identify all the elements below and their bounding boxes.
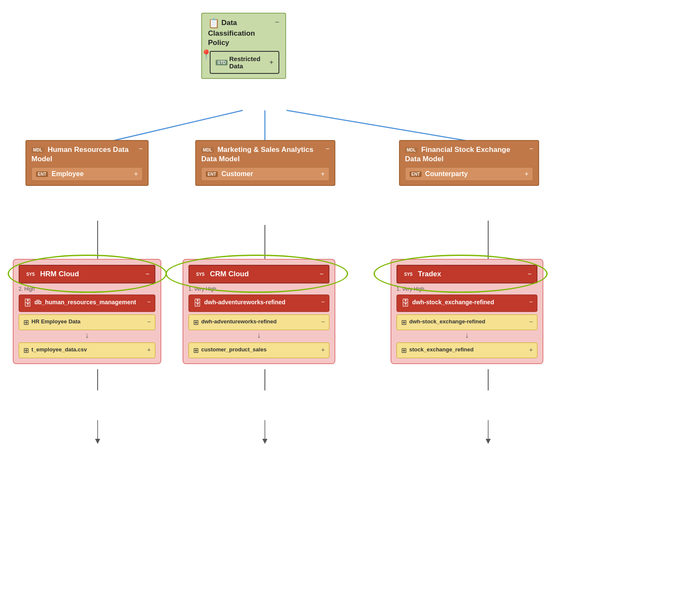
tradex-priority: 1. Very High bbox=[396, 286, 537, 292]
ent-counterparty-plus-btn[interactable]: + bbox=[525, 170, 529, 178]
mdl-fin-node: MDL Financial Stock Exchange Data Model … bbox=[399, 140, 539, 186]
table-hr-plus-btn[interactable]: + bbox=[147, 346, 151, 353]
schema-hr-icon: ⊞ bbox=[23, 318, 29, 326]
sys-crm-minus-btn[interactable]: − bbox=[320, 270, 323, 278]
ent-counterparty-title: Counterparty bbox=[425, 170, 467, 177]
ent-counterparty-node: ENT Counterparty + bbox=[405, 167, 533, 181]
ent-employee-plus-btn[interactable]: + bbox=[134, 170, 138, 178]
svg-line-2 bbox=[287, 110, 488, 144]
std-plus-btn[interactable]: + bbox=[270, 59, 273, 66]
ent-employee-title: Employee bbox=[51, 170, 84, 177]
table-tradex-node: ⊞ stock_exchange_refined + bbox=[396, 342, 537, 358]
mdl-fin-title: Financial Stock Exchange Data Model bbox=[405, 146, 510, 163]
sys-crm-title: CRM Cloud bbox=[210, 270, 249, 278]
table-crm-plus-btn[interactable]: + bbox=[321, 346, 325, 353]
sys-tradex-title: Tradex bbox=[418, 270, 441, 278]
schema-crm-icon: ⊞ bbox=[193, 318, 199, 326]
ent-customer-title: Customer bbox=[221, 170, 253, 177]
root-icon: 📋 bbox=[208, 18, 219, 28]
schema-hr-node: ⊞ HR Employee Data − bbox=[19, 314, 155, 330]
mdl-hr-badge: MDL bbox=[31, 147, 44, 153]
schema-crm-node: ⊞ dwh-adventureworks-refined − bbox=[188, 314, 329, 330]
db-hr-minus-btn[interactable]: − bbox=[147, 298, 151, 305]
root-minus-btn[interactable]: − bbox=[275, 18, 279, 27]
schema-tradex-minus-btn[interactable]: − bbox=[529, 318, 533, 325]
db-crm-icon: 🗄 bbox=[193, 298, 202, 308]
mdl-mkt-title: Marketing & Sales Analytics Data Model bbox=[201, 146, 313, 163]
table-hr-node: ⊞ t_employee_data.csv + bbox=[19, 342, 155, 358]
schema-crm-title: dwh-adventureworks-refined bbox=[201, 318, 321, 325]
mdl-fin-badge: MDL bbox=[405, 147, 418, 153]
ent-counterparty-badge: ENT bbox=[410, 171, 422, 177]
table-crm-title: customer_product_sales bbox=[201, 346, 321, 354]
sys-crm-node: SYS CRM Cloud − bbox=[188, 265, 329, 283]
schema-tradex-icon: ⊞ bbox=[401, 318, 407, 326]
std-badge: STD bbox=[216, 60, 228, 65]
db-tradex-node: 🗄 dwh-stock_exchange-refined − bbox=[396, 295, 537, 312]
table-hr-icon: ⊞ bbox=[23, 346, 29, 354]
mdl-mkt-minus-btn[interactable]: − bbox=[326, 145, 329, 153]
mdl-mkt-node: MDL Marketing & Sales Analytics Data Mod… bbox=[195, 140, 335, 186]
sys-tradex-badge: SYS bbox=[402, 272, 414, 277]
db-crm-title: dwh-adventureworks-refined bbox=[204, 298, 321, 306]
table-hr-title: t_employee_data.csv bbox=[31, 346, 147, 354]
schema-tradex-title: dwh-stock_exchange-refined bbox=[409, 318, 529, 325]
ent-employee-badge: ENT bbox=[36, 171, 48, 177]
sys-tradex-container: SYS Tradex − 1. Very High 🗄 dwh-stock_ex… bbox=[391, 259, 543, 364]
ent-customer-plus-btn[interactable]: + bbox=[321, 170, 325, 178]
table-crm-node: ⊞ customer_product_sales + bbox=[188, 342, 329, 358]
sys-hrm-node: SYS HRM Cloud − bbox=[19, 265, 155, 283]
hrm-priority: 2. High bbox=[19, 286, 155, 292]
location-pin-icon: 📍 bbox=[200, 49, 212, 60]
db-tradex-title: dwh-stock_exchange-refined bbox=[412, 298, 529, 306]
sys-tradex-node: SYS Tradex − bbox=[396, 265, 537, 283]
std-title: Restricted Data bbox=[229, 55, 266, 70]
mdl-hr-node: MDL Human Resources Data Model − ENT Emp… bbox=[25, 140, 149, 186]
schema-crm-minus-btn[interactable]: − bbox=[321, 318, 325, 325]
db-crm-minus-btn[interactable]: − bbox=[321, 298, 325, 305]
sys-hrm-badge: SYS bbox=[25, 272, 37, 277]
svg-line-0 bbox=[98, 110, 243, 144]
table-crm-icon: ⊞ bbox=[193, 346, 199, 354]
sys-crm-badge: SYS bbox=[194, 272, 206, 277]
ent-customer-badge: ENT bbox=[206, 171, 218, 177]
table-tradex-plus-btn[interactable]: + bbox=[529, 346, 533, 353]
crm-priority: 1. Very High bbox=[188, 286, 329, 292]
sys-crm-container: SYS CRM Cloud − 1. Very High 🗄 dwh-adven… bbox=[183, 259, 335, 364]
ent-employee-node: ENT Employee + bbox=[31, 167, 143, 181]
sys-hrm-minus-btn[interactable]: − bbox=[146, 270, 149, 278]
db-hr-node: 🗄 db_human_resources_management − bbox=[19, 295, 155, 312]
ent-customer-node: ENT Customer + bbox=[201, 167, 329, 181]
db-tradex-minus-btn[interactable]: − bbox=[529, 298, 533, 305]
db-tradex-icon: 🗄 bbox=[401, 298, 410, 308]
schema-hr-minus-btn[interactable]: − bbox=[147, 318, 151, 325]
sys-tradex-minus-btn[interactable]: − bbox=[528, 270, 531, 278]
schema-tradex-node: ⊞ dwh-stock_exchange-refined − bbox=[396, 314, 537, 330]
schema-hr-title: HR Employee Data bbox=[31, 318, 147, 325]
table-tradex-title: stock_exchange_refined bbox=[409, 346, 529, 354]
diagram-container: 📋 Data Classification Policy − 📍 STD Res… bbox=[0, 0, 700, 606]
db-crm-node: 🗄 dwh-adventureworks-refined − bbox=[188, 295, 329, 312]
mdl-mkt-badge: MDL bbox=[201, 147, 214, 153]
mdl-hr-minus-btn[interactable]: − bbox=[139, 145, 143, 153]
sys-hrm-title: HRM Cloud bbox=[40, 270, 79, 278]
mdl-hr-title: Human Resources Data Model bbox=[31, 146, 129, 163]
sys-hrm-container: SYS HRM Cloud − 2. High 🗄 db_human_resou… bbox=[13, 259, 161, 364]
root-node: 📋 Data Classification Policy − 📍 STD Res… bbox=[201, 13, 295, 79]
mdl-fin-minus-btn[interactable]: − bbox=[529, 145, 533, 153]
db-hr-title: db_human_resources_management bbox=[34, 298, 147, 306]
table-tradex-icon: ⊞ bbox=[401, 346, 407, 354]
db-hr-icon: 🗄 bbox=[23, 298, 32, 308]
